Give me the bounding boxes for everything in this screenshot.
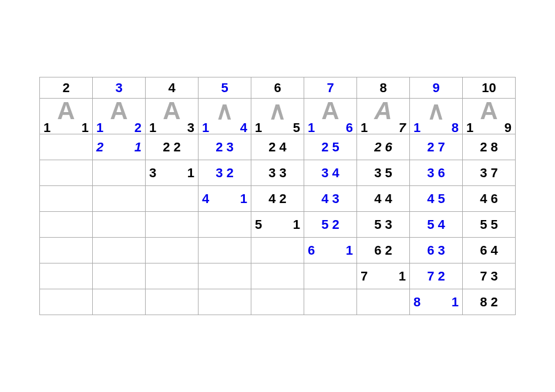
table-row: 61 6 2 6 3 6 4 — [40, 238, 516, 263]
empty-cell — [199, 289, 251, 315]
data-cell: 6 2 — [357, 238, 410, 263]
caret-icon: ∧ — [251, 99, 304, 123]
empty-cell — [199, 238, 251, 263]
symbol-cell: A 16 — [304, 99, 357, 134]
empty-cell — [357, 289, 410, 315]
data-cell: 4 3 — [304, 186, 357, 212]
symbol-cell: ∧ 18 — [410, 99, 463, 134]
letter-a-icon: A — [463, 99, 515, 123]
caret-icon: ∧ — [410, 99, 462, 123]
header-cell: 10 — [463, 77, 516, 99]
data-cell: 81 — [410, 289, 463, 315]
letter-a-icon: A — [146, 99, 198, 123]
letter-a-icon: A — [93, 99, 145, 123]
data-cell: 3 6 — [410, 160, 463, 186]
empty-cell — [40, 238, 93, 263]
empty-cell — [146, 238, 199, 263]
data-cell: 4 6 — [463, 186, 516, 212]
symbol-cell: A 17 — [357, 99, 410, 134]
data-cell: 41 — [199, 186, 251, 212]
empty-cell — [93, 212, 146, 238]
empty-cell — [251, 263, 304, 289]
table-row: 71 7 2 7 3 — [40, 263, 516, 289]
letter-a-icon: A — [304, 99, 356, 123]
data-cell: 2 8 — [463, 134, 516, 160]
empty-cell — [146, 289, 199, 315]
empty-cell — [93, 238, 146, 263]
header-cell: 3 — [93, 77, 146, 99]
table-row: 51 5 2 5 3 5 4 5 5 — [40, 212, 516, 238]
empty-cell — [146, 263, 199, 289]
empty-cell — [93, 186, 146, 212]
data-cell: 5 3 — [357, 212, 410, 238]
data-cell: 2 2 — [146, 134, 199, 160]
data-cell: 2 7 — [410, 134, 463, 160]
letter-a-icon: A — [40, 99, 92, 123]
header-cell: 9 — [410, 77, 463, 99]
empty-cell — [146, 186, 199, 212]
data-cell: 71 — [357, 263, 410, 289]
letter-a-icon: A — [357, 99, 409, 123]
table-row: 31 3 2 3 3 3 4 3 5 3 6 3 7 — [40, 160, 516, 186]
empty-cell — [93, 160, 146, 186]
empty-cell — [40, 263, 93, 289]
data-cell: 4 4 — [357, 186, 410, 212]
table-row: 41 4 2 4 3 4 4 4 5 4 6 — [40, 186, 516, 212]
symbol-cell: A 19 — [463, 99, 516, 134]
data-cell: 3 7 — [463, 160, 516, 186]
empty-cell — [199, 263, 251, 289]
empty-cell — [199, 212, 251, 238]
multiplication-style-table: 2 3 4 5 6 7 8 9 10 A 11 A 12 A 13 ∧ 14 ∧… — [39, 77, 516, 315]
empty-cell — [40, 134, 93, 160]
header-cell: 5 — [199, 77, 251, 99]
symbol-cell: ∧ 15 — [251, 99, 304, 134]
symbol-cell: A 11 — [40, 99, 93, 134]
table-row: 81 8 2 — [40, 289, 516, 315]
empty-cell — [93, 289, 146, 315]
data-cell: 2 6 — [357, 134, 410, 160]
empty-cell — [93, 263, 146, 289]
empty-cell — [146, 212, 199, 238]
header-cell: 8 — [357, 77, 410, 99]
header-row: 2 3 4 5 6 7 8 9 10 — [40, 77, 516, 99]
symbol-row: A 11 A 12 A 13 ∧ 14 ∧ 15 A 16 A 17 ∧ 18 — [40, 99, 516, 134]
data-cell: 4 5 — [410, 186, 463, 212]
data-cell: 51 — [251, 212, 304, 238]
empty-cell — [40, 160, 93, 186]
header-cell: 6 — [251, 77, 304, 99]
empty-cell — [251, 289, 304, 315]
data-cell: 5 2 — [304, 212, 357, 238]
header-cell: 2 — [40, 77, 93, 99]
data-cell: 7 2 — [410, 263, 463, 289]
data-cell: 5 4 — [410, 212, 463, 238]
data-cell: 3 2 — [199, 160, 251, 186]
data-cell: 6 3 — [410, 238, 463, 263]
header-cell: 4 — [146, 77, 199, 99]
data-cell: 3 5 — [357, 160, 410, 186]
data-cell: 31 — [146, 160, 199, 186]
empty-cell — [40, 186, 93, 212]
caret-icon: ∧ — [199, 99, 251, 123]
empty-cell — [304, 263, 357, 289]
empty-cell — [251, 238, 304, 263]
empty-cell — [40, 289, 93, 315]
data-cell: 7 3 — [463, 263, 516, 289]
empty-cell — [40, 212, 93, 238]
data-cell: 2 4 — [251, 134, 304, 160]
empty-cell — [304, 289, 357, 315]
symbol-cell: A 13 — [146, 99, 199, 134]
symbol-cell: A 12 — [93, 99, 146, 134]
data-cell: 4 2 — [251, 186, 304, 212]
header-cell: 7 — [304, 77, 357, 99]
data-cell: 21 — [93, 134, 146, 160]
data-cell: 8 2 — [463, 289, 516, 315]
data-cell: 2 3 — [199, 134, 251, 160]
symbol-cell: ∧ 14 — [199, 99, 251, 134]
data-cell: 6 4 — [463, 238, 516, 263]
table-row: 21 2 2 2 3 2 4 2 5 2 6 2 7 2 8 — [40, 134, 516, 160]
data-cell: 2 5 — [304, 134, 357, 160]
data-cell: 61 — [304, 238, 357, 263]
data-cell: 3 3 — [251, 160, 304, 186]
data-cell: 3 4 — [304, 160, 357, 186]
data-cell: 5 5 — [463, 212, 516, 238]
